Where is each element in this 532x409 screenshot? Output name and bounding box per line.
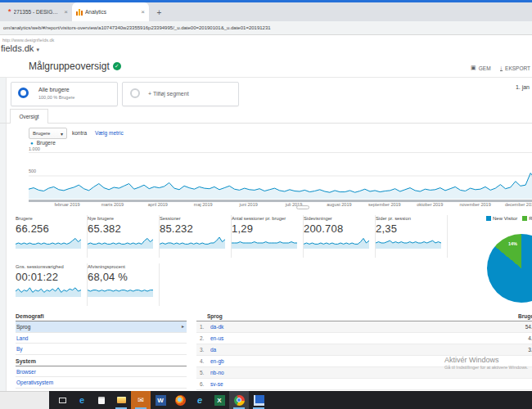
file-explorer-icon	[117, 397, 126, 403]
x-axis-tick: september 2019	[368, 202, 401, 207]
tab-title: 271355 - DESIGN FIELDS	[14, 9, 62, 15]
metric-card[interactable]: Brugere66.256	[16, 215, 88, 258]
taskbar-word-icon[interactable]: W	[151, 391, 170, 409]
language-link[interactable]: sv-se	[210, 379, 223, 390]
table-row: 6.sv-se47	[196, 379, 532, 390]
new-tab-button[interactable]: +	[154, 8, 165, 19]
sidebar-item-land[interactable]: Land	[16, 333, 187, 344]
table-row: 1.da-dk54.57	[196, 321, 532, 333]
tab-oversigt[interactable]: Oversigt	[10, 109, 48, 124]
legend-dot-icon: ●	[30, 141, 34, 146]
x-axis-tick: marts 2019	[101, 202, 124, 207]
metric-sparkline-chart	[376, 236, 441, 249]
metric-sparkline-chart	[304, 236, 369, 249]
pie-legend-item: New Visitor	[486, 215, 517, 222]
metric-sparkline-chart	[160, 236, 225, 249]
taskbar-firefox-icon[interactable]	[170, 391, 190, 409]
language-link[interactable]: nb-no	[210, 367, 224, 379]
metric-card[interactable]: Sider pr. session2,35	[376, 215, 448, 258]
verified-check-icon: ✓	[113, 62, 121, 70]
metric-sparkline-chart	[232, 236, 297, 249]
screen: * 271355 - DESIGN FIELDS × Analytics × +…	[0, 0, 532, 409]
edge-icon: e	[79, 396, 84, 405]
legend-swatch-icon	[522, 216, 527, 221]
property-url: http://www.designfields.dk	[2, 38, 54, 43]
language-link[interactable]: en-us	[210, 333, 223, 344]
metric-value: 66.256	[16, 222, 83, 235]
metric-dropdown[interactable]: Brugere ▾	[29, 128, 67, 139]
chevron-down-icon: ▾	[36, 47, 39, 52]
metric-sparkline-chart	[16, 236, 81, 249]
excel-icon: X	[214, 395, 225, 406]
firefox-icon	[175, 395, 186, 406]
metric-card[interactable]: Gns. sessionsvarighed00:01:22	[16, 263, 88, 306]
timeline-slider-handle[interactable]	[296, 205, 309, 209]
task-view-icon	[59, 398, 66, 403]
save-button[interactable]: ▣ GEM	[471, 65, 490, 71]
taskbar-ie-icon[interactable]: e	[190, 391, 210, 409]
sidebar-item-label: By	[16, 346, 23, 352]
close-icon[interactable]: ×	[64, 9, 68, 16]
property-selector[interactable]: fields.dk ▾	[1, 43, 39, 53]
taskbar-store-icon[interactable]	[92, 391, 111, 409]
address-bar[interactable]: om/analytics/web/#/report/visitors-overv…	[0, 21, 532, 35]
segment-all-users[interactable]: Alle brugere 100,00 % Brugere	[11, 82, 118, 106]
table-header: Sprog Brugere	[196, 310, 532, 321]
x-axis-tick: august 2019	[327, 202, 351, 207]
users-value: 54.57	[525, 321, 532, 333]
metric-label: Brugere	[16, 216, 83, 221]
row-rank: 1.	[200, 321, 204, 333]
dimension-nav-panel: DemografiSprog▸LandBySystemBrowserOperat…	[16, 310, 187, 389]
metric-sparkline-chart	[88, 285, 153, 298]
language-link[interactable]: da-dk	[210, 321, 223, 333]
site-favicon-icon: *	[8, 8, 11, 16]
windows-taskbar: e✉WeX	[49, 391, 532, 409]
taskbar-task-view-icon[interactable]	[52, 391, 72, 409]
browser-tab-design-fields[interactable]: * 271355 - DESIGN FIELDS ×	[4, 2, 72, 21]
collapsed-sidebar-edge	[0, 78, 7, 391]
sidebar-item-label: Browser	[16, 369, 36, 375]
sidebar-item-sprog[interactable]: Sprog▸	[16, 321, 187, 333]
metric-label: Sessioner	[160, 216, 228, 221]
taskbar-chrome-icon[interactable]	[229, 391, 249, 409]
taskbar-excel-icon[interactable]: X	[210, 391, 229, 409]
sidebar-item-label: Operativsystem	[16, 380, 53, 385]
sidebar-item-operativsystem[interactable]: Operativsystem	[16, 377, 187, 389]
row-rank: 3.	[200, 344, 204, 356]
remote-app-icon	[254, 395, 264, 406]
metric-sparkline-chart	[16, 285, 81, 298]
windows-activation-watermark: Aktivér Windows Gå til Indstillinger for…	[444, 356, 532, 370]
chart-legend: ● Brugere	[30, 140, 56, 146]
panel-title: System	[16, 355, 187, 366]
add-segment-button[interactable]: + Tilføj segment	[122, 82, 239, 106]
metric-card[interactable]: Sidevisninger200.708	[304, 215, 376, 258]
sidebar-item-label: Sprog	[16, 324, 30, 330]
x-axis-tick: december 2019	[505, 202, 532, 207]
language-link[interactable]: da	[210, 344, 216, 356]
users-timeseries-chart[interactable]	[29, 152, 532, 200]
metric-sparkline-chart	[88, 236, 153, 249]
taskbar-remote-app-icon[interactable]	[249, 391, 268, 409]
metric-value: 00:01:22	[16, 271, 83, 283]
taskbar-file-explorer-icon[interactable]	[111, 391, 131, 409]
taskbar-edge-icon[interactable]: e	[72, 391, 92, 409]
legend-label: New Visitor	[493, 216, 517, 221]
date-range-selector[interactable]: 1. jan	[516, 84, 530, 90]
sidebar-item-browser[interactable]: Browser	[16, 366, 187, 378]
sidebar-item-by[interactable]: By	[16, 344, 187, 355]
metric-card[interactable]: Sessioner85.232	[160, 215, 232, 258]
language-link[interactable]: en-gb	[210, 356, 224, 367]
metric-value: 65.382	[88, 222, 156, 235]
metric-card[interactable]: Nye brugere65.382	[88, 215, 160, 258]
pie-legend: New VisitorReturning Visitor	[486, 215, 532, 222]
taskbar-outlook-icon[interactable]: ✉	[131, 391, 151, 409]
metric-card[interactable]: Afvisningsprocent68,04 %	[88, 263, 160, 306]
x-axis-tick: oktober 2019	[417, 202, 443, 207]
metric-card[interactable]: Antal sessioner pr. bruger1,29	[232, 215, 304, 258]
vs-label: kontra	[72, 130, 87, 136]
select-metric-link[interactable]: Vælg metric	[95, 130, 124, 136]
close-icon[interactable]: ×	[141, 9, 145, 16]
browser-tab-analytics[interactable]: Analytics ×	[72, 2, 149, 21]
export-button[interactable]: ↓ EKSPORT	[500, 65, 530, 71]
metric-value: 85.232	[160, 222, 228, 235]
